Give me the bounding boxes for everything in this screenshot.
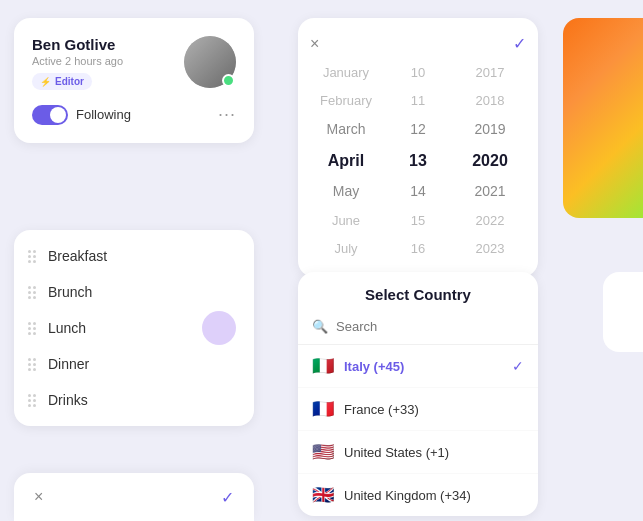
list-item[interactable]: Drinks [14,382,254,418]
uk-flag: 🇬🇧 [312,484,334,506]
profile-name: Ben Gotlive [32,36,123,53]
month-jan[interactable]: January [310,61,382,85]
list-item-label: Dinner [48,356,89,372]
country-item-italy[interactable]: 🇮🇹 Italy (+45) ✓ [298,345,538,388]
bottom-datepicker: × ✓ [14,473,254,521]
bottom-close-icon[interactable]: × [34,488,43,506]
list-item[interactable]: Brunch [14,274,254,310]
month-jul[interactable]: July [310,237,382,261]
drag-handle[interactable] [28,250,36,263]
profile-badge: Editor [32,73,92,90]
list-item-label: Drinks [48,392,88,408]
year-column: 2017 2018 2019 2020 2021 2022 2023 [454,61,526,261]
month-column: January February March April May June Ju… [310,61,382,261]
search-icon: 🔍 [312,319,328,334]
us-label: United States (+1) [344,445,449,460]
day-12[interactable]: 12 [382,117,454,143]
day-16[interactable]: 16 [382,237,454,261]
day-14[interactable]: 14 [382,179,454,205]
list-item-label: Lunch [48,320,86,336]
month-apr[interactable]: April [310,147,382,175]
profile-status: Active 2 hours ago [32,55,123,67]
selected-check-icon: ✓ [512,358,524,374]
profile-card: Ben Gotlive Active 2 hours ago Editor Fo… [14,18,254,143]
more-options-button[interactable]: ··· [218,104,236,125]
datepicker-header: × ✓ [310,34,526,53]
right-preview-card [563,18,643,218]
year-2020[interactable]: 2020 [454,147,526,175]
list-item[interactable]: Breakfast [14,238,254,274]
drag-indicator [202,311,236,345]
day-15[interactable]: 15 [382,209,454,233]
meal-list-card: Breakfast Brunch Lunch Dinner D [14,230,254,426]
drag-handle[interactable] [28,394,36,407]
day-13[interactable]: 13 [382,147,454,175]
avatar-wrap [184,36,236,88]
drag-handle[interactable] [28,322,36,335]
day-10[interactable]: 10 [382,61,454,85]
year-2017[interactable]: 2017 [454,61,526,85]
preview-image [563,18,643,218]
country-item-us[interactable]: 🇺🇸 United States (+1) [298,431,538,474]
follow-toggle-wrap: Following [32,105,131,125]
datepicker-close-icon[interactable]: × [310,35,319,53]
drag-handle[interactable] [28,358,36,371]
country-search-input[interactable] [336,319,504,334]
follow-toggle[interactable] [32,105,68,125]
datepicker-columns: January February March April May June Ju… [310,61,526,261]
bottom-confirm-icon[interactable]: ✓ [221,488,234,507]
us-flag: 🇺🇸 [312,441,334,463]
year-2019[interactable]: 2019 [454,117,526,143]
day-11[interactable]: 11 [382,89,454,113]
online-indicator [222,74,235,87]
italy-flag: 🇮🇹 [312,355,334,377]
month-jun[interactable]: June [310,209,382,233]
list-item[interactable]: Dinner [14,346,254,382]
year-2022[interactable]: 2022 [454,209,526,233]
uk-label: United Kingdom (+34) [344,488,471,503]
follow-label: Following [76,107,131,122]
year-2018[interactable]: 2018 [454,89,526,113]
month-may[interactable]: May [310,179,382,205]
france-label: France (+33) [344,402,419,417]
country-item-france[interactable]: 🇫🇷 France (+33) [298,388,538,431]
country-search-bar: 🔍 [298,313,538,345]
day-column: 10 11 12 13 14 15 16 [382,61,454,261]
datepicker-confirm-icon[interactable]: ✓ [513,34,526,53]
list-item-label: Brunch [48,284,92,300]
drag-handle[interactable] [28,286,36,299]
profile-bottom: Following ··· [32,104,236,125]
month-mar[interactable]: March [310,117,382,143]
italy-label: Italy (+45) [344,359,404,374]
list-item-label: Breakfast [48,248,107,264]
right-preview-card-2 [603,272,643,352]
france-flag: 🇫🇷 [312,398,334,420]
profile-top: Ben Gotlive Active 2 hours ago Editor [32,36,236,90]
datepicker-card: × ✓ January February March April May Jun… [298,18,538,277]
profile-info: Ben Gotlive Active 2 hours ago Editor [32,36,123,90]
country-item-uk[interactable]: 🇬🇧 United Kingdom (+34) [298,474,538,516]
toggle-knob [50,107,66,123]
list-item[interactable]: Lunch [14,310,254,346]
year-2021[interactable]: 2021 [454,179,526,205]
year-2023[interactable]: 2023 [454,237,526,261]
country-select-card: Select Country 🔍 🇮🇹 Italy (+45) ✓ 🇫🇷 Fra… [298,272,538,516]
month-feb[interactable]: February [310,89,382,113]
country-select-title: Select Country [298,286,538,303]
